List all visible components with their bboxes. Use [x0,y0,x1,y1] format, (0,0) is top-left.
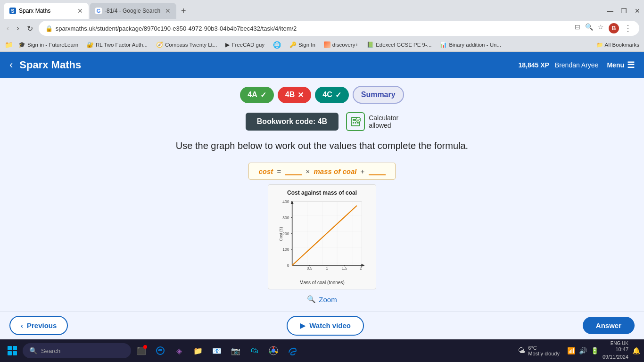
tab-4a-check-icon: ✓ [260,90,266,99]
bookwork-row: Bookwork code: 4B Calculator a [246,112,398,131]
taskbar-search[interactable]: 🔍 Search [23,343,131,358]
address-bar-row: ‹ › ↻ 🔒 sparxmaths.uk/student/package/89… [0,19,644,38]
previous-button[interactable]: ‹ Previous [9,316,68,335]
tab-sparx-close[interactable]: ✕ [77,7,83,15]
language-label: ENG UK [603,341,628,346]
bookmark-compass[interactable]: 🧭 Compass Twenty Lt... [153,41,220,49]
address-text: sparxmaths.uk/student/package/8970c190-e… [56,25,297,32]
chrome-svg [269,346,278,355]
tab-4b[interactable]: 4B ✕ [278,87,311,103]
window-controls: — ❐ ✕ [607,7,640,15]
watch-video-label: Watch video [309,321,351,329]
bookmark-rl2fa[interactable]: 🔐 RL Two Factor Auth... [84,41,150,49]
bottom-bar: ‹ Previous ▶ Watch video Answer [0,311,644,339]
zoom-link[interactable]: 🔍 Zoom [307,295,337,304]
outlook-icon[interactable]: 📧 [208,342,225,359]
formula-blank1[interactable] [285,167,302,175]
bookmark-freecad-label: FreeCAD guy [231,42,264,48]
edge2-icon[interactable] [284,342,301,359]
bookmark-futurelearn-label: Sign in - FutureLearn [27,42,78,48]
bookmark-globe[interactable]: 🌐 [270,40,284,49]
svg-text:0.5: 0.5 [307,266,313,271]
compass-favicon: 🧭 [156,41,163,48]
forward-button[interactable]: › [15,22,21,34]
bookmark-binary-label: Binary addition - Un... [449,42,501,48]
tab-4a[interactable]: 4A ✓ [240,87,273,103]
start-button[interactable] [4,342,21,359]
time-value: 10:47 [603,346,628,353]
sparx-header: ‹ Sparx Maths 18,845 XP Brendan Aryee Me… [0,52,644,78]
sparx-back-button[interactable]: ‹ [9,59,13,71]
weather-icon: 🌤 [518,346,525,355]
profile-icon[interactable]: B [609,23,619,33]
bookmark-binary[interactable]: 📊 Binary addition - Un... [437,41,504,49]
store-icon[interactable]: 🛍 [246,342,263,359]
minimize-button[interactable]: — [607,7,613,15]
watch-video-button[interactable]: ▶ Watch video [287,316,364,336]
bookmark-rl2fa-label: RL Two Factor Auth... [96,42,148,48]
answer-button[interactable]: Answer [583,317,635,334]
edge-icon[interactable] [152,342,169,359]
new-tab-button[interactable]: + [177,4,190,18]
bookmarks-folder-icon: 📁 [5,41,13,49]
tab-summary[interactable]: Summary [353,86,404,104]
svg-text:400: 400 [282,199,289,204]
graph-inner: 400 300 200 100 0 0.5 1 1.5 2 Cost (£) [277,199,367,279]
video-play-icon: ▶ [300,321,305,330]
calculator-icon [346,112,365,131]
refresh-button[interactable]: ↻ [25,22,35,35]
tab-4c-check-icon: ✓ [335,90,341,99]
svg-rect-3 [355,122,356,123]
back-button[interactable]: ‹ [5,22,11,34]
formula-mass: mass of coal [314,167,357,175]
tab-sparx[interactable]: S Sparx Maths ✕ [4,3,89,19]
graph-container: Cost against mass of coal [268,184,376,289]
graph-svg: 400 300 200 100 0 0.5 1 1.5 2 Cost (£) [277,199,367,279]
tab-4c[interactable]: 4C ✓ [315,87,348,103]
formula-blank2[interactable] [369,167,386,175]
star-icon[interactable]: ☆ [598,23,604,33]
weather-info: 6°C Mostly cloudy [528,345,560,356]
formula-times: × [304,167,312,175]
bookmark-edexcel[interactable]: 📗 Edexcel GCSE PE 9-... [364,41,434,49]
maximize-button[interactable]: ❐ [621,7,627,15]
menu-dots-icon[interactable]: ⋮ [624,23,633,33]
address-bar[interactable]: 🔒 sparxmaths.uk/student/package/8970c190… [39,21,639,36]
chrome-icon[interactable] [265,342,282,359]
bookmark-signin-label: Sign In [298,42,315,48]
copilot-symbol: ◈ [176,346,182,355]
taskbar-time-display: 10:47 09/11/2024 [603,346,628,361]
copilot-icon[interactable]: ◈ [171,342,188,359]
outlook-symbol: 📧 [212,346,222,355]
bookmark-discovery[interactable]: discovery+ [321,41,361,49]
sparx-user: Brendan Aryee [555,61,599,69]
taskview-button[interactable]: ⬛ [133,342,150,359]
bookmarks-bar: 📁 🎓 Sign in - FutureLearn 🔐 RL Two Facto… [0,38,644,52]
calculator-badge: Calculator allowed [346,112,398,131]
bookmark-freecad[interactable]: ▶ FreeCAD guy [223,41,267,49]
taskbar-search-placeholder: Search [41,347,60,354]
sparx-menu-label: Menu [607,61,624,69]
tab-google-close[interactable]: ✕ [165,7,171,15]
formula-box: cost = × mass of coal + [248,163,395,180]
svg-text:1: 1 [326,266,328,271]
weather-widget: 🌤 6°C Mostly cloudy [514,343,563,358]
tab-bar: S Sparx Maths ✕ G -81/4 - Google Search … [0,0,644,19]
notification-icon[interactable]: 🔔 [632,347,640,354]
all-bookmarks[interactable]: 📁 All Bookmarks [596,41,640,48]
svg-text:1.5: 1.5 [342,266,347,271]
svg-rect-2 [353,122,354,123]
edge2-svg [288,346,297,355]
battery-icon: 🔋 [591,347,599,354]
sparx-menu-button[interactable]: Menu ☰ [607,60,635,70]
bookmark-futurelearn[interactable]: 🎓 Sign in - FutureLearn [16,41,81,49]
bookmark-signin[interactable]: 🔑 Sign In [287,41,318,49]
tab-google[interactable]: G -81/4 - Google Search ✕ [90,3,176,19]
files-icon[interactable]: 📁 [190,342,206,359]
close-button[interactable]: ✕ [635,7,640,15]
graph-xlabel: Mass of coal (tonnes) [273,280,371,285]
sparx-logo: Sparx Maths [19,59,81,71]
taskbar-search-icon: 🔍 [29,347,37,354]
photos-icon[interactable]: 📷 [227,342,244,359]
globe-favicon: 🌐 [273,41,281,49]
